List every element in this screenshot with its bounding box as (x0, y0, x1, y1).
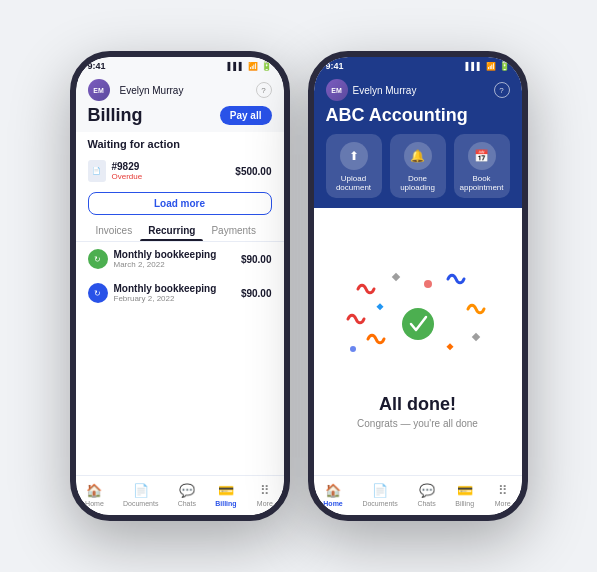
billing-title-row: Billing Pay all (88, 105, 272, 126)
svg-rect-2 (376, 303, 383, 310)
user-name: Evelyn Murray (120, 85, 184, 96)
rec-date-1: March 2, 2022 (114, 260, 217, 269)
abc-billing-icon: 💳 (456, 482, 474, 498)
abc-nav-billing-label: Billing (455, 500, 474, 507)
nav-documents-label: Documents (123, 500, 158, 507)
nav-home-label: Home (85, 500, 104, 507)
status-time: 9:41 (88, 61, 106, 71)
abc-title: ABC Accounting (326, 105, 468, 125)
recurring-item-2[interactable]: ↻ Monthly bookkeeping February 2, 2022 $… (76, 276, 284, 310)
nav-home[interactable]: 🏠 Home (85, 482, 104, 507)
tab-invoices[interactable]: Invoices (88, 219, 141, 241)
recurring-item-1[interactable]: ↻ Monthly bookkeeping March 2, 2022 $90.… (76, 242, 284, 276)
abc-home-icon: 🏠 (324, 482, 342, 498)
bottom-nav-billing: 🏠 Home 📄 Documents 💬 Chats 💳 Billing ⠿ (76, 475, 284, 515)
nav-chats[interactable]: 💬 Chats (178, 482, 196, 507)
bell-icon: 🔔 (404, 142, 432, 170)
tab-recurring[interactable]: Recurring (140, 219, 203, 241)
done-uploading-btn[interactable]: 🔔 Done uploading (390, 134, 446, 198)
abc-chats-icon: 💬 (418, 482, 436, 498)
abc-documents-icon: 📄 (371, 482, 389, 498)
rec-desc-1: Monthly bookkeeping (114, 249, 217, 260)
nav-more-label: More (257, 500, 273, 507)
rec-amount-2: $90.00 (241, 288, 272, 299)
invoice-left: 📄 #9829 Overdue (88, 160, 143, 182)
upload-doc-btn[interactable]: ⬆ Upload document (326, 134, 382, 198)
avatar: EM (88, 79, 110, 101)
nav-billing-label: Billing (215, 500, 236, 507)
scene: 9:41 ▌▌▌ 📶 🔋 EM Evelyn Murray ? Bil (50, 31, 548, 541)
svg-point-6 (402, 308, 434, 340)
abc-nav-documents[interactable]: 📄 Documents (362, 482, 397, 507)
svg-rect-3 (446, 343, 453, 350)
waiting-section-label: Waiting for action (76, 132, 284, 154)
billing-icon: 💳 (217, 482, 235, 498)
phone-billing: 9:41 ▌▌▌ 📶 🔋 EM Evelyn Murray ? Bil (70, 51, 290, 521)
overdue-badge: Overdue (112, 172, 143, 181)
abc-screen: 9:41 ▌▌▌ 📶 🔋 EM Evelyn Murray ? ABC Acco… (314, 57, 522, 515)
rec-icon-1: ↻ (88, 249, 108, 269)
phone-abc: 9:41 ▌▌▌ 📶 🔋 EM Evelyn Murray ? ABC Acco… (308, 51, 528, 521)
calendar-icon: 📅 (468, 142, 496, 170)
book-appt-btn[interactable]: 📅 Book appointment (454, 134, 510, 198)
documents-icon: 📄 (132, 482, 150, 498)
abc-status-time: 9:41 (326, 61, 344, 71)
bottom-nav-abc: 🏠 Home 📄 Documents 💬 Chats 💳 Billing ⠿ (314, 475, 522, 515)
billing-title: Billing (88, 105, 143, 126)
invoice-item[interactable]: 📄 #9829 Overdue $500.00 (76, 154, 284, 188)
book-appt-label: Book appointment (458, 174, 506, 192)
load-more-button[interactable]: Load more (88, 192, 272, 215)
abc-user-row: EM Evelyn Murray ? (326, 79, 510, 101)
home-icon: 🏠 (85, 482, 103, 498)
abc-nav-chats[interactable]: 💬 Chats (417, 482, 435, 507)
abc-user-name: Evelyn Murray (353, 85, 417, 96)
nav-more[interactable]: ⠿ More (256, 482, 274, 507)
nav-billing[interactable]: 💳 Billing (215, 482, 236, 507)
doc-icon: 📄 (88, 160, 106, 182)
nav-documents[interactable]: 📄 Documents (123, 482, 158, 507)
upload-icon: ⬆ (340, 142, 368, 170)
abc-more-icon: ⠿ (494, 482, 512, 498)
rec-icon-2: ↻ (88, 283, 108, 303)
svg-point-5 (350, 346, 356, 352)
pay-all-button[interactable]: Pay all (220, 106, 272, 125)
invoice-amount: $500.00 (235, 166, 271, 177)
upload-doc-label: Upload document (330, 174, 378, 192)
invoice-number: #9829 (112, 161, 143, 172)
action-buttons: ⬆ Upload document 🔔 Done uploading 📅 Boo… (326, 134, 510, 198)
svg-rect-1 (471, 333, 479, 341)
rec-desc-2: Monthly bookkeeping (114, 283, 217, 294)
done-title: All done! (379, 394, 456, 415)
abc-help-icon[interactable]: ? (494, 82, 510, 98)
nav-chats-label: Chats (178, 500, 196, 507)
recurring-list: ↻ Monthly bookkeeping March 2, 2022 $90.… (76, 242, 284, 475)
abc-nav-home-label: Home (323, 500, 342, 507)
chats-icon: 💬 (178, 482, 196, 498)
svg-point-4 (424, 280, 432, 288)
done-uploading-label: Done uploading (394, 174, 442, 192)
done-card: All done! Congrats — you're all done (314, 208, 522, 475)
abc-nav-chats-label: Chats (417, 500, 435, 507)
svg-rect-0 (391, 273, 399, 281)
tab-payments[interactable]: Payments (203, 219, 263, 241)
abc-avatar: EM (326, 79, 348, 101)
billing-header: EM Evelyn Murray ? Billing Pay all (76, 71, 284, 132)
billing-screen: 9:41 ▌▌▌ 📶 🔋 EM Evelyn Murray ? Bil (76, 57, 284, 515)
tabs-row: Invoices Recurring Payments (76, 219, 284, 242)
confetti-area (334, 254, 502, 384)
done-sub: Congrats — you're all done (357, 418, 478, 429)
user-row: EM Evelyn Murray ? (88, 79, 272, 101)
abc-nav-documents-label: Documents (362, 500, 397, 507)
rec-amount-1: $90.00 (241, 254, 272, 265)
abc-nav-more[interactable]: ⠿ More (494, 482, 512, 507)
rec-date-2: February 2, 2022 (114, 294, 217, 303)
abc-header: EM Evelyn Murray ? ABC Accounting ⬆ Uplo… (314, 71, 522, 208)
abc-nav-billing[interactable]: 💳 Billing (455, 482, 474, 507)
confetti-svg (338, 259, 498, 379)
more-icon: ⠿ (256, 482, 274, 498)
abc-nav-home[interactable]: 🏠 Home (323, 482, 342, 507)
abc-nav-more-label: More (495, 500, 511, 507)
help-icon[interactable]: ? (256, 82, 272, 98)
